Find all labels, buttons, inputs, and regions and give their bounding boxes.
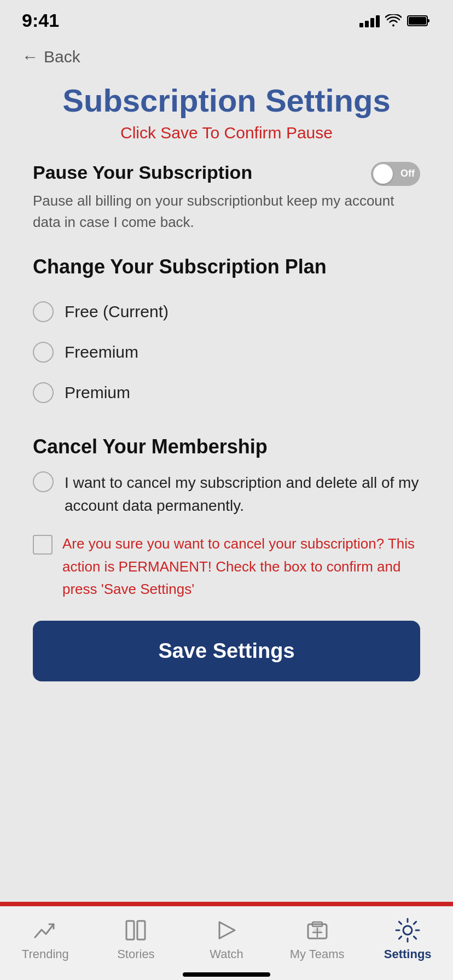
svg-rect-1: [409, 17, 426, 25]
pause-label: Pause Your Subscription: [33, 162, 371, 183]
nav-label-settings: Settings: [384, 947, 432, 961]
main-content: Subscription Settings Click Save To Conf…: [0, 72, 453, 902]
cancel-radio-circle: [33, 471, 54, 492]
settings-icon: [394, 917, 421, 944]
red-divider: [0, 902, 453, 906]
toggle-knob: [373, 164, 393, 184]
wifi-icon: [385, 14, 402, 27]
plan-label-premium: Premium: [65, 383, 130, 402]
plan-heading: Change Your Subscription Plan: [33, 255, 420, 278]
home-bar: [183, 972, 270, 977]
watch-icon: [213, 917, 240, 944]
back-arrow-icon: ←: [22, 48, 38, 66]
confirm-row: Are you sure you want to cancel your sub…: [33, 533, 420, 601]
back-button[interactable]: ← Back: [0, 37, 453, 72]
radio-circle-premium: [33, 382, 54, 403]
confirm-warning-text: Are you sure you want to cancel your sub…: [62, 533, 420, 601]
trending-icon: [32, 917, 59, 944]
home-indicator: [0, 967, 453, 980]
confirm-subtitle: Click Save To Confirm Pause: [33, 124, 420, 142]
stories-icon: [122, 917, 149, 944]
status-time: 9:41: [22, 10, 59, 31]
cancel-heading: Cancel Your Membership: [33, 435, 420, 458]
nav-label-myteams: My Teams: [290, 947, 345, 961]
plan-label-freemium: Freemium: [65, 343, 138, 361]
status-icons: [359, 14, 431, 27]
page-title: Subscription Settings: [33, 83, 420, 119]
battery-icon: [407, 14, 431, 27]
svg-rect-10: [313, 929, 321, 932]
confirm-checkbox[interactable]: [33, 535, 53, 555]
bottom-nav: Trending Stories Watch: [0, 906, 453, 967]
svg-rect-2: [427, 19, 429, 22]
svg-rect-4: [137, 921, 145, 940]
nav-label-watch: Watch: [210, 947, 243, 961]
cancel-radio-item[interactable]: I want to cancel my subscription and del…: [33, 471, 420, 517]
signal-icon: [359, 14, 380, 27]
cancel-radio-label: I want to cancel my subscription and del…: [65, 471, 420, 517]
save-settings-button[interactable]: Save Settings: [33, 621, 420, 681]
nav-item-stories[interactable]: Stories: [108, 917, 163, 961]
back-label: Back: [44, 48, 80, 66]
nav-label-trending: Trending: [22, 947, 69, 961]
nav-item-myteams[interactable]: My Teams: [290, 917, 345, 961]
svg-rect-3: [126, 921, 134, 940]
radio-circle-free: [33, 301, 54, 322]
myteams-icon: [304, 917, 331, 944]
plan-option-freemium[interactable]: Freemium: [33, 332, 420, 372]
pause-description: Pause all billing on your subscriptionbu…: [33, 190, 420, 233]
plan-option-premium[interactable]: Premium: [33, 372, 420, 413]
toggle-state: Off: [400, 168, 415, 179]
pause-toggle[interactable]: Off: [371, 162, 420, 186]
plan-label-free: Free (Current): [65, 302, 169, 321]
status-bar: 9:41: [0, 0, 453, 37]
nav-item-settings[interactable]: Settings: [380, 917, 435, 961]
cancel-section: Cancel Your Membership I want to cancel …: [33, 435, 420, 601]
pause-section: Pause Your Subscription Off: [33, 162, 420, 186]
pause-toggle-container: Off: [371, 162, 420, 186]
nav-label-stories: Stories: [117, 947, 154, 961]
plan-option-free[interactable]: Free (Current): [33, 291, 420, 332]
svg-marker-5: [219, 922, 235, 938]
svg-point-11: [403, 926, 412, 935]
radio-circle-freemium: [33, 342, 54, 363]
nav-item-trending[interactable]: Trending: [18, 917, 73, 961]
nav-item-watch[interactable]: Watch: [199, 917, 254, 961]
plan-radio-group: Free (Current) Freemium Premium: [33, 291, 420, 413]
